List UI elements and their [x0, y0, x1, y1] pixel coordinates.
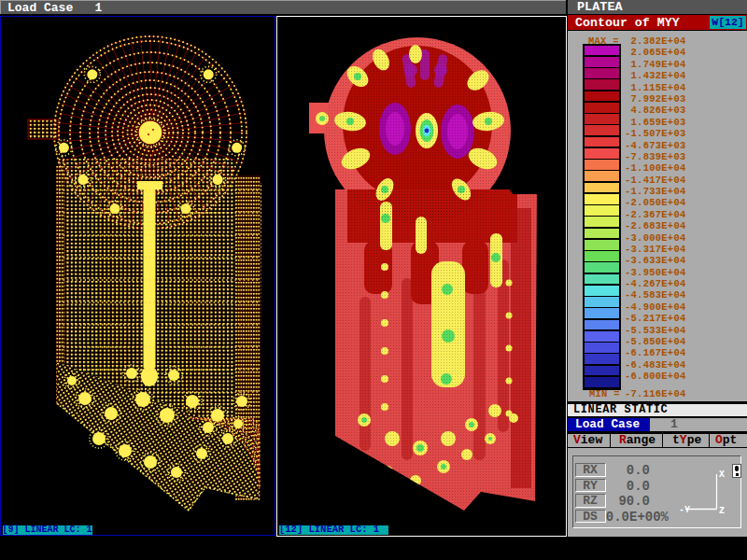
svg-text:-Y: -Y [679, 505, 690, 515]
svg-text:X: X [719, 469, 725, 480]
svg-text:Z: Z [719, 506, 725, 516]
